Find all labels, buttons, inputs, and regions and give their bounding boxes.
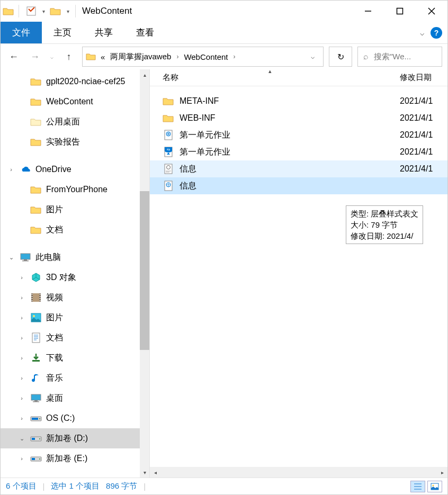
tree-item[interactable]: 图片 bbox=[1, 200, 149, 220]
address-dropdown[interactable]: ⌵ bbox=[306, 53, 320, 60]
expand-icon[interactable]: › bbox=[17, 274, 26, 281]
html-icon bbox=[163, 130, 174, 140]
svg-rect-18 bbox=[32, 333, 40, 343]
close-button[interactable] bbox=[416, 1, 447, 22]
help-button[interactable]: ? bbox=[431, 27, 442, 39]
expand-ribbon-icon[interactable]: ⌵ bbox=[416, 29, 428, 37]
main-area: gplt2020-nciae-cef25WebContent公用桌面实验报告›O… bbox=[1, 69, 447, 478]
downloads-icon bbox=[30, 353, 42, 363]
horizontal-scrollbar[interactable]: ◂ ▸ bbox=[150, 467, 447, 478]
view-buttons bbox=[410, 481, 442, 492]
minimize-button[interactable] bbox=[352, 1, 384, 22]
forward-button[interactable]: → bbox=[27, 49, 43, 65]
maximize-button[interactable] bbox=[384, 1, 416, 22]
app-icon bbox=[3, 6, 14, 16]
tree-item-label: 图片 bbox=[46, 204, 63, 215]
tree-item[interactable]: ›3D 对象 bbox=[1, 267, 149, 287]
drive-c-icon bbox=[30, 414, 42, 422]
file-row[interactable]: WEB-INF2021/4/1 bbox=[150, 110, 447, 127]
thumbnails-view-button[interactable] bbox=[427, 481, 442, 492]
svg-point-50 bbox=[433, 484, 434, 486]
jsp-icon bbox=[163, 164, 174, 174]
tab-home[interactable]: 主页 bbox=[42, 22, 83, 43]
tree-item-label: gplt2020-nciae-cef25 bbox=[46, 77, 125, 86]
file-date: 2021/4/1 bbox=[400, 147, 447, 157]
tree-item[interactable]: ›新加卷 (E:) bbox=[1, 448, 149, 469]
desktop-icon bbox=[30, 393, 42, 403]
tree-item[interactable]: gplt2020-nciae-cef25 bbox=[1, 71, 149, 92]
tree-item[interactable]: ›图片 bbox=[1, 308, 149, 328]
expand-icon[interactable]: › bbox=[17, 355, 26, 361]
svg-point-15 bbox=[40, 300, 41, 301]
address-bar[interactable]: « 两周掌握javaweb › WebContent › ⌵ bbox=[82, 47, 324, 67]
tab-share[interactable]: 共享 bbox=[83, 22, 124, 43]
tree-item[interactable]: ›OneDrive bbox=[1, 159, 149, 179]
refresh-button[interactable]: ↻ bbox=[329, 47, 352, 67]
expand-icon[interactable]: › bbox=[17, 455, 26, 462]
up-button[interactable]: ↑ bbox=[61, 49, 77, 65]
expand-icon[interactable]: › bbox=[17, 294, 26, 301]
file-row[interactable]: META-INF2021/4/1 bbox=[150, 93, 447, 110]
new-folder-button[interactable] bbox=[48, 3, 64, 19]
expand-icon[interactable]: › bbox=[17, 314, 26, 321]
tooltip-line: 修改日期: 2021/4/ bbox=[351, 230, 418, 241]
file-row[interactable]: zip第一单元作业2021/4/1 bbox=[150, 143, 447, 160]
scroll-left-icon[interactable]: ◂ bbox=[150, 470, 160, 475]
expand-icon[interactable]: › bbox=[17, 395, 26, 401]
file-row[interactable]: 信息2021/4/1 bbox=[150, 160, 447, 177]
status-item-count: 6 个项目 bbox=[6, 481, 37, 491]
svg-rect-2 bbox=[397, 8, 403, 14]
tab-view[interactable]: 查看 bbox=[124, 22, 166, 43]
scroll-track[interactable] bbox=[160, 467, 437, 478]
tree-item[interactable]: ›音乐 bbox=[1, 368, 149, 388]
tree-item[interactable]: ›桌面 bbox=[1, 388, 149, 408]
tree-item-label: 实验报告 bbox=[46, 137, 80, 148]
tree-item[interactable]: ›文档 bbox=[1, 328, 149, 348]
chevron-right-icon[interactable]: › bbox=[231, 53, 238, 60]
css-icon bbox=[163, 181, 174, 191]
file-tab[interactable]: 文件 bbox=[1, 22, 42, 43]
tree-item[interactable]: WebContent bbox=[1, 92, 149, 112]
back-button[interactable]: ← bbox=[6, 49, 22, 65]
tree-item[interactable]: 公用桌面 bbox=[1, 112, 149, 132]
expand-icon[interactable]: › bbox=[17, 335, 26, 341]
tree-item[interactable]: ›视频 bbox=[1, 287, 149, 308]
tree-scrollbar[interactable]: ▴ ▾ bbox=[140, 69, 149, 478]
breadcrumb-item[interactable]: WebContent bbox=[182, 52, 230, 61]
tree-item[interactable]: ›OS (C:) bbox=[1, 408, 149, 428]
breadcrumb-prefix[interactable]: « bbox=[98, 52, 107, 61]
column-name[interactable]: 名称 bbox=[163, 73, 400, 83]
qat-dropdown[interactable]: ▾ bbox=[40, 3, 47, 19]
tree-item[interactable]: ›网络 bbox=[1, 476, 149, 478]
expand-icon[interactable]: › bbox=[17, 375, 26, 381]
chevron-right-icon[interactable]: › bbox=[174, 53, 181, 60]
expand-icon[interactable]: ⌄ bbox=[7, 254, 15, 261]
scroll-right-icon[interactable]: ▸ bbox=[437, 470, 447, 475]
tooltip-line: 类型: 层叠样式表文 bbox=[351, 208, 418, 219]
file-row[interactable]: 信息 bbox=[150, 177, 447, 194]
tree-item[interactable]: 实验报告 bbox=[1, 132, 149, 152]
expand-icon[interactable]: ⌄ bbox=[17, 435, 26, 442]
tree-item[interactable]: ⌄此电脑 bbox=[1, 247, 149, 267]
tree-item-label: 文档 bbox=[46, 332, 63, 344]
tree-item[interactable]: 文档 bbox=[1, 220, 149, 240]
folder-icon bbox=[30, 205, 42, 214]
svg-rect-34 bbox=[32, 458, 35, 460]
expand-icon[interactable]: › bbox=[7, 166, 15, 173]
scroll-down-icon[interactable]: ▾ bbox=[140, 467, 149, 478]
recent-dropdown[interactable]: ⌵ bbox=[48, 54, 56, 60]
qat-dropdown2[interactable]: ▾ bbox=[65, 3, 71, 19]
expand-icon[interactable]: › bbox=[17, 415, 26, 421]
svg-point-13 bbox=[40, 296, 41, 297]
tree-item[interactable]: ⌄新加卷 (D:) bbox=[1, 428, 149, 448]
tree-item[interactable]: FromYourPhone bbox=[1, 179, 149, 200]
search-box[interactable]: ⌕ 搜索"We... bbox=[357, 47, 442, 67]
scroll-up-icon[interactable]: ▴ bbox=[140, 69, 149, 80]
details-view-button[interactable] bbox=[410, 481, 425, 492]
column-date[interactable]: 修改日期 bbox=[400, 73, 447, 83]
tree-item[interactable]: ›下载 bbox=[1, 348, 149, 368]
file-row[interactable]: 第一单元作业2021/4/1 bbox=[150, 127, 447, 143]
properties-button[interactable] bbox=[23, 3, 39, 19]
scroll-thumb[interactable] bbox=[140, 191, 149, 350]
breadcrumb-item[interactable]: 两周掌握javaweb bbox=[108, 52, 173, 62]
